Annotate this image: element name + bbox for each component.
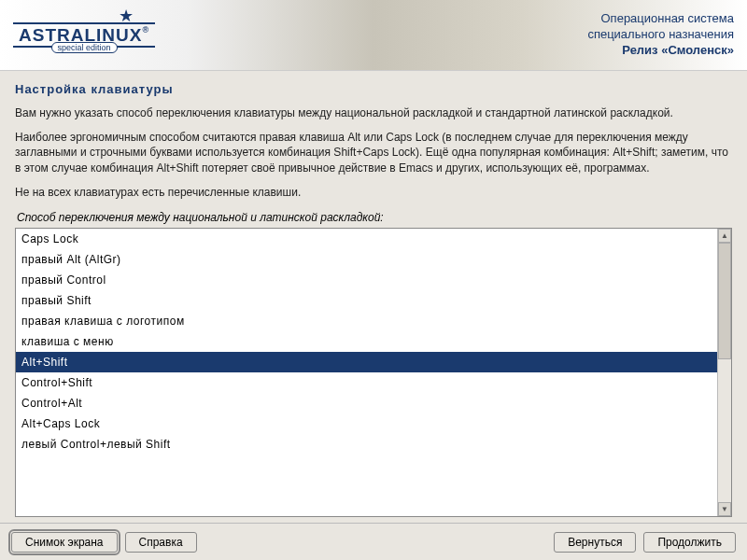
list-item[interactable]: Caps Lock: [16, 229, 717, 249]
description: Вам нужно указать способ переключения кл…: [15, 105, 732, 209]
scroll-thumb[interactable]: [718, 243, 731, 359]
layout-switch-listbox[interactable]: Caps Lockправый Alt (AltGr)правый Contro…: [15, 228, 732, 517]
help-button[interactable]: Справка: [125, 532, 197, 553]
header-caption: Операционная система специального назнач…: [587, 7, 734, 59]
scroll-up-icon[interactable]: ▲: [718, 229, 731, 243]
prompt-label: Способ переключения между национальной и…: [17, 211, 732, 224]
list-item[interactable]: Control+Alt: [16, 393, 717, 413]
list-item[interactable]: правая клавиша с логотипом: [16, 311, 717, 331]
os-line-2: специального назначения: [587, 27, 734, 43]
desc-paragraph-1: Вам нужно указать способ переключения кл…: [15, 105, 732, 120]
header-banner: ★ ASTRALINUX® special edition Операционн…: [0, 0, 747, 71]
footer-bar: Снимок экрана Справка Вернуться Продолжи…: [0, 523, 747, 560]
logo-subtitle: special edition: [51, 42, 118, 53]
desc-paragraph-2: Наиболее эргономичным способом считаются…: [15, 130, 732, 175]
list-item[interactable]: правый Alt (AltGr): [16, 249, 717, 270]
scroll-down-icon[interactable]: ▼: [718, 502, 731, 516]
list-item[interactable]: правый Control: [16, 270, 717, 290]
list-item[interactable]: Alt+Shift: [16, 352, 717, 372]
desc-paragraph-3: Не на всех клавиатурах есть перечисленны…: [15, 185, 732, 200]
list-item[interactable]: правый Shift: [16, 290, 717, 311]
list-item[interactable]: клавиша с меню: [16, 331, 717, 352]
list-item[interactable]: Control+Shift: [16, 372, 717, 393]
scroll-track[interactable]: [718, 243, 731, 502]
screenshot-button[interactable]: Снимок экрана: [11, 532, 118, 553]
back-button[interactable]: Вернуться: [554, 532, 636, 553]
logo: ★ ASTRALINUX® special edition: [13, 7, 155, 53]
continue-button[interactable]: Продолжить: [643, 532, 736, 553]
list-item[interactable]: левый Control+левый Shift: [16, 434, 717, 455]
list-item[interactable]: Alt+Caps Lock: [16, 413, 717, 434]
os-line-1: Операционная система: [587, 11, 734, 27]
scrollbar[interactable]: ▲ ▼: [717, 229, 731, 516]
page-title: Настройка клавиатуры: [15, 82, 732, 96]
release-name: Релиз «Смоленск»: [587, 43, 734, 59]
main-content: Настройка клавиатуры Вам нужно указать с…: [0, 71, 747, 523]
